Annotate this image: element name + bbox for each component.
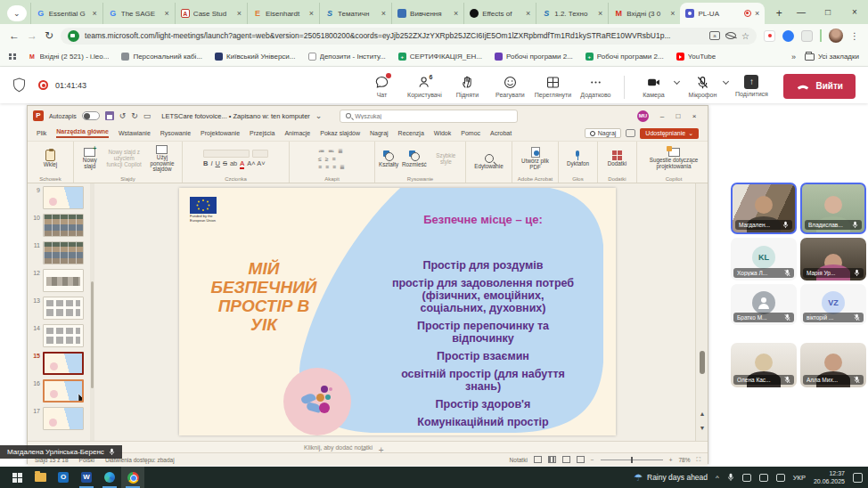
ppt-search[interactable] bbox=[340, 110, 518, 123]
tab-close-icon[interactable]: × bbox=[93, 9, 97, 18]
slide-thumbnail[interactable]: 10 bbox=[29, 214, 90, 237]
word-button[interactable]: W bbox=[75, 467, 98, 488]
bookmark-item[interactable]: Персональний кабі... bbox=[121, 53, 202, 61]
share-button[interactable]: ↑ Поділитися bbox=[730, 72, 773, 97]
browser-tab[interactable]: S 1.2. Техно × bbox=[536, 3, 608, 24]
menu-recenzja[interactable]: Recenzja bbox=[398, 130, 424, 136]
participant-tile[interactable]: VZ вікторій ... bbox=[800, 284, 866, 325]
back-icon[interactable]: ← bbox=[9, 29, 20, 42]
slideshow-icon[interactable] bbox=[577, 456, 585, 463]
new-tab-button[interactable]: + bbox=[770, 4, 788, 22]
zoom-out-overlay-icon[interactable]: − bbox=[361, 445, 366, 455]
extensions-puzzle-icon[interactable] bbox=[801, 30, 813, 42]
notes-toggle-button[interactable]: Notatki bbox=[510, 457, 528, 463]
tray-speaker-icon[interactable] bbox=[759, 474, 768, 482]
slide-thumbnail[interactable]: 12 bbox=[29, 269, 90, 292]
next-slide-button[interactable]: ▼ bbox=[696, 422, 708, 435]
minimize-icon[interactable]: — bbox=[788, 7, 815, 17]
editing-button[interactable]: Edytowanie bbox=[474, 154, 504, 170]
tab-close-icon[interactable]: × bbox=[755, 9, 759, 18]
tab-close-icon[interactable]: × bbox=[454, 9, 458, 18]
tab-search-icon[interactable]: ⌄ bbox=[7, 5, 27, 21]
menu-projektowanie[interactable]: Projektowanie bbox=[201, 130, 240, 136]
slide-thumbnail[interactable]: 17 bbox=[29, 407, 90, 430]
bookmark-item[interactable]: M Вхідні (2 521) - i.leo... bbox=[29, 53, 110, 61]
chat-button[interactable]: Чат bbox=[360, 72, 403, 98]
menu-plik[interactable]: Plik bbox=[37, 130, 46, 136]
tray-display-icon[interactable] bbox=[742, 474, 751, 482]
tab-close-icon[interactable]: × bbox=[165, 9, 169, 18]
leave-button[interactable]: Вийти bbox=[783, 74, 856, 99]
slide-thumbnail[interactable]: 9 bbox=[29, 186, 90, 209]
slide-thumbnail[interactable]: 14 bbox=[29, 324, 90, 347]
bookmark-star-icon[interactable]: ☆ bbox=[741, 31, 749, 41]
bookmark-item[interactable]: + СЕРТИФІКАЦІЯ_ЕН... bbox=[398, 53, 482, 61]
bookmark-item[interactable]: Київський Універси... bbox=[215, 53, 295, 61]
zoom-in-overlay-icon[interactable]: + bbox=[379, 445, 384, 455]
ppt-restore-icon[interactable]: □ bbox=[670, 112, 686, 120]
menu-pokaz-slajdow[interactable]: Pokaz slajdów bbox=[320, 130, 360, 136]
slide-15[interactable]: Funded by the European Union МІЙ БЕЗПЕЧН… bbox=[179, 188, 616, 435]
browser-tab[interactable]: A Case Stud × bbox=[175, 3, 247, 24]
tab-close-icon[interactable]: × bbox=[381, 9, 386, 18]
tab-close-icon[interactable]: × bbox=[309, 9, 314, 18]
apps-grid-icon[interactable] bbox=[9, 53, 16, 61]
bookmark-item[interactable]: + Робочі програми 2... bbox=[585, 53, 664, 61]
more-button[interactable]: Додатково bbox=[574, 72, 617, 98]
normal-view-icon[interactable] bbox=[534, 456, 542, 463]
thumbnail-preview[interactable] bbox=[43, 407, 84, 430]
quick-styles-button[interactable]: Szybkie style bbox=[430, 153, 462, 166]
ppt-account-avatar[interactable]: MU bbox=[637, 110, 649, 122]
address-bar[interactable]: a ☆ bbox=[61, 28, 757, 45]
bullets-buttons[interactable]: ≔ ≕ ≣ bbox=[318, 148, 346, 154]
thumbnail-preview[interactable] bbox=[43, 379, 84, 403]
browser-tab[interactable]: S Тематичн × bbox=[319, 3, 391, 24]
url-input[interactable] bbox=[85, 31, 704, 40]
thumbnail-preview[interactable] bbox=[43, 269, 84, 292]
undo-icon[interactable]: ↺ bbox=[119, 111, 127, 120]
tab-close-icon[interactable]: × bbox=[526, 9, 530, 18]
thumbnail-preview[interactable] bbox=[43, 324, 84, 347]
chrome-button[interactable] bbox=[121, 467, 144, 488]
new-slide-button[interactable]: Nowy slajd bbox=[78, 148, 102, 170]
browser-tab[interactable]: Вивчення × bbox=[391, 3, 463, 24]
ppt-search-input[interactable] bbox=[355, 113, 512, 119]
tray-network-icon[interactable] bbox=[776, 474, 785, 482]
share-zoom-controls[interactable]: −+ bbox=[361, 445, 384, 455]
font-name-box[interactable] bbox=[203, 150, 250, 158]
fit-slide-icon[interactable]: ⛶ bbox=[696, 456, 700, 463]
menu-animacje[interactable]: Animacje bbox=[284, 130, 310, 136]
overflow-chevrons-icon[interactable]: » bbox=[791, 53, 796, 61]
zoom-in-icon[interactable]: + bbox=[669, 457, 673, 463]
mic-button[interactable]: Мікрофон bbox=[681, 72, 724, 98]
weather-widget[interactable]: ☂ Rainy days ahead bbox=[634, 472, 708, 484]
menu-przejscia[interactable]: Przejścia bbox=[250, 130, 274, 136]
slide-thumbnail-selected[interactable]: 15 bbox=[29, 352, 90, 375]
file-explorer-button[interactable] bbox=[29, 467, 52, 488]
slide-scrollbar[interactable]: ▲ ▼ bbox=[695, 183, 708, 441]
ppt-close-icon[interactable]: × bbox=[686, 112, 702, 120]
bookmark-item[interactable]: YouTube bbox=[676, 53, 716, 61]
view-button[interactable]: Переглянути bbox=[531, 72, 574, 98]
clear-format-button[interactable]: ab bbox=[230, 159, 237, 167]
redo-icon[interactable]: ↻ bbox=[131, 111, 138, 120]
outlook-button[interactable]: O bbox=[52, 467, 75, 488]
tray-mic-icon[interactable] bbox=[727, 473, 734, 482]
slide-thumbnail[interactable]: 13 bbox=[29, 297, 90, 320]
browser-tab-active[interactable]: PL-UA × bbox=[680, 3, 765, 24]
reuse-slides-button[interactable]: Użyj ponownie slajdów bbox=[146, 145, 178, 174]
align-buttons[interactable]: ≡ ≡ ≡ ≣ bbox=[318, 164, 346, 170]
slide-thumbnail[interactable]: 11 bbox=[29, 241, 90, 264]
underline-button[interactable]: U bbox=[216, 159, 220, 167]
document-title[interactable]: LETSCare fotovoice... • Zapisano w: ten … bbox=[161, 112, 309, 120]
menu-widok[interactable]: Widok bbox=[434, 130, 451, 136]
autosave-toggle[interactable] bbox=[82, 111, 100, 120]
strike-button[interactable]: S bbox=[223, 159, 227, 167]
menu-wstawianie[interactable]: Wstawianie bbox=[119, 130, 151, 136]
thumbnail-preview[interactable] bbox=[43, 297, 84, 320]
browser-tab[interactable]: Effects of × bbox=[463, 3, 536, 24]
copilot-slide-button[interactable]: Nowy slajd z użyciem funkcji Copilot bbox=[105, 150, 142, 168]
thumbnail-preview[interactable] bbox=[43, 214, 84, 237]
bold-button[interactable]: B bbox=[203, 159, 208, 167]
participant-tile[interactable]: KL Хоружа Л... bbox=[731, 238, 797, 281]
